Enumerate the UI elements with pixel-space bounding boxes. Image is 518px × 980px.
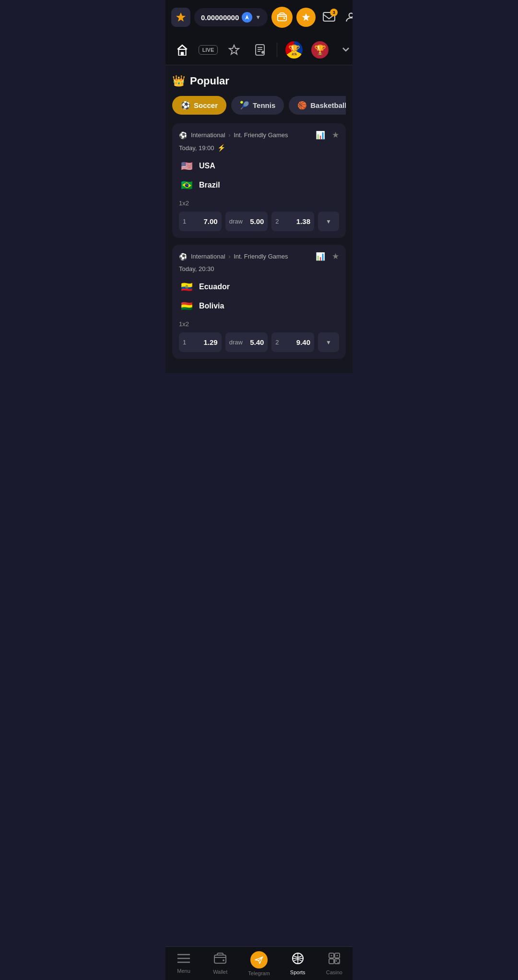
user-profile-button[interactable] xyxy=(342,9,353,26)
balance-value: 0.00000000 xyxy=(201,13,239,22)
match-card-2-header: ⚽ International › Int. Friendly Games 📊 … xyxy=(179,251,339,261)
league-soccer-icon-2: ⚽ xyxy=(179,253,187,260)
stats-icon-1[interactable]: 📊 xyxy=(316,130,325,140)
popular-title: Popular xyxy=(190,75,229,87)
nav-more-tournaments-dropdown[interactable] xyxy=(337,41,353,59)
ecuador-flag: 🇪🇨 xyxy=(179,279,194,295)
match-2-time: Today, 20:30 xyxy=(179,265,339,272)
nav-live[interactable]: LIVE xyxy=(199,41,217,59)
match-1-time: Today, 19:00 ⚡ xyxy=(179,144,339,152)
match-1-odds-draw[interactable]: draw 5.00 xyxy=(225,212,268,231)
wallet-button[interactable] xyxy=(271,7,293,28)
match-2-odds-2[interactable]: 2 9.40 xyxy=(271,332,314,352)
mail-button[interactable]: 3 xyxy=(319,8,339,27)
svg-marker-9 xyxy=(229,45,239,54)
soccer-tab-icon: ⚽ xyxy=(181,101,190,110)
match-1-odds-2[interactable]: 2 1.38 xyxy=(271,212,314,231)
nav-home[interactable] xyxy=(173,41,191,59)
brazil-flag: 🇧🇷 xyxy=(179,177,194,193)
match-2-odds-row: 1 1.29 draw 5.40 2 9.40 ▼ xyxy=(179,332,339,352)
match-1-league: International › Int. Friendly Games xyxy=(191,131,312,139)
match-1-more-odds[interactable]: ▼ xyxy=(318,212,339,231)
match-card-1: ⚽ International › Int. Friendly Games 📊 … xyxy=(172,123,346,238)
match-1-odds-1[interactable]: 1 7.00 xyxy=(179,212,222,231)
svg-point-14 xyxy=(261,51,264,54)
usa-flag: 🇺🇸 xyxy=(179,158,194,174)
match-2-more-arrow: ▼ xyxy=(326,339,331,346)
sport-tabs: ⚽ Soccer 🎾 Tennis 🏀 Basketball 🎮 xyxy=(172,96,346,115)
favorite-star-1[interactable]: ★ xyxy=(332,130,339,140)
nav-bar: LIVE 🏆 🏆 xyxy=(165,35,353,65)
basketball-tab-label: Basketball xyxy=(310,101,346,109)
promo-star-button[interactable] xyxy=(296,8,316,27)
tab-tennis[interactable]: 🎾 Tennis xyxy=(231,96,284,115)
match-card-2: ⚽ International › Int. Friendly Games 📊 … xyxy=(172,245,346,359)
nav-divider xyxy=(277,43,277,57)
nav-euro-tournament[interactable]: 🏆 xyxy=(285,41,303,59)
match-2-league: International › Int. Friendly Games xyxy=(191,253,312,260)
tab-basketball[interactable]: 🏀 Basketball xyxy=(289,96,346,115)
match-1-odds-row: 1 7.00 draw 5.00 2 1.38 ▼ xyxy=(179,212,339,231)
svg-rect-2 xyxy=(278,15,286,21)
svg-marker-0 xyxy=(176,12,186,22)
match-2-team1: Ecuador xyxy=(199,283,230,291)
svg-marker-1 xyxy=(245,15,249,20)
lightning-icon-1: ⚡ xyxy=(217,144,225,152)
top-bar: 0.00000000 ▼ 3 xyxy=(165,0,353,35)
nav-betslip[interactable] xyxy=(251,41,269,59)
soccer-tab-label: Soccer xyxy=(194,101,218,109)
main-content: 👑 Popular ⚽ Soccer 🎾 Tennis 🏀 Basketball… xyxy=(165,65,353,373)
match-2-more-odds[interactable]: ▼ xyxy=(318,332,339,352)
tennis-tab-label: Tennis xyxy=(253,101,275,109)
match-1-team2: Brazil xyxy=(199,181,220,189)
logo[interactable] xyxy=(171,8,190,27)
league-soccer-icon-1: ⚽ xyxy=(179,131,187,139)
match-1-team1: USA xyxy=(199,162,215,170)
match-1-teams: 🇺🇸 USA 🇧🇷 Brazil xyxy=(179,156,339,195)
match-2-odds-1[interactable]: 1 1.29 xyxy=(179,332,222,352)
stats-icon-2[interactable]: 📊 xyxy=(316,252,325,261)
match-2-teams: 🇪🇨 Ecuador 🇧🇴 Bolivia xyxy=(179,277,339,316)
match-2-team2-row: 🇧🇴 Bolivia xyxy=(179,296,339,316)
svg-point-6 xyxy=(349,13,353,17)
svg-point-3 xyxy=(283,17,285,19)
mail-badge: 3 xyxy=(330,9,338,16)
bolivia-flag: 🇧🇴 xyxy=(179,298,194,314)
tennis-tab-icon: 🎾 xyxy=(240,101,249,110)
balance-dropdown-arrow[interactable]: ▼ xyxy=(255,14,261,21)
section-title: 👑 Popular xyxy=(172,75,346,87)
nav-copa-america[interactable]: 🏆 xyxy=(311,41,329,59)
match-1-more-arrow: ▼ xyxy=(326,218,331,225)
balance-area[interactable]: 0.00000000 ▼ xyxy=(194,8,268,26)
favorite-star-2[interactable]: ★ xyxy=(332,251,339,261)
match-2-team2: Bolivia xyxy=(199,302,224,310)
tab-soccer[interactable]: ⚽ Soccer xyxy=(172,96,226,115)
match-card-1-header: ⚽ International › Int. Friendly Games 📊 … xyxy=(179,130,339,140)
match-2-odds-draw[interactable]: draw 5.40 xyxy=(225,332,268,352)
nav-favorites[interactable] xyxy=(225,41,243,59)
basketball-tab-icon: 🏀 xyxy=(297,101,307,110)
match-2-team1-row: 🇪🇨 Ecuador xyxy=(179,277,339,296)
match-2-bet-type: 1x2 xyxy=(179,320,339,328)
svg-marker-4 xyxy=(302,13,310,21)
crown-icon: 👑 xyxy=(172,75,185,87)
match-1-team2-row: 🇧🇷 Brazil xyxy=(179,176,339,195)
match-1-bet-type: 1x2 xyxy=(179,200,339,207)
currency-icon xyxy=(242,12,252,23)
match-1-team1-row: 🇺🇸 USA xyxy=(179,156,339,176)
svg-rect-8 xyxy=(181,52,184,56)
